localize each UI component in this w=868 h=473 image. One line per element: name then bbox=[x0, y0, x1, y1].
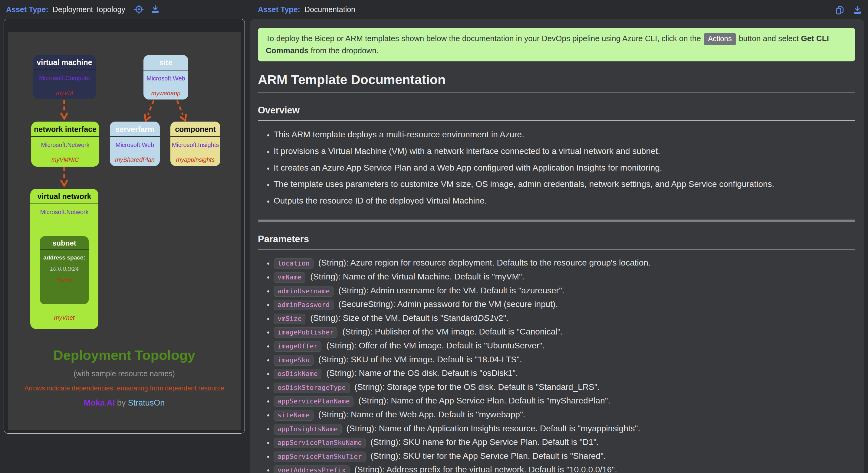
overview-list: This ARM template deploys a multi-resour… bbox=[258, 129, 855, 207]
node-divider bbox=[40, 249, 89, 250]
parameter-item: appServicePlanSkuName (String): SKU name… bbox=[274, 436, 855, 448]
asset-type-label: Asset Type: bbox=[6, 5, 49, 14]
parameter-description: (SecureString): Admin password for the V… bbox=[336, 299, 558, 309]
overview-bullet: This ARM template deploys a multi-resour… bbox=[274, 129, 855, 141]
node-divider bbox=[31, 136, 99, 137]
asset-type-value: Deployment Topology bbox=[53, 5, 125, 14]
parameter-item: appServicePlanSkuTier (String): SKU tier… bbox=[274, 450, 855, 463]
parameter-description: (String): Name of the App Service Plan. … bbox=[356, 396, 610, 405]
parameter-name-badge: vnetAddressPrefix bbox=[274, 465, 349, 473]
parameters-heading: Parameters bbox=[258, 234, 855, 249]
parameter-item: siteName (String): Name of the Web App. … bbox=[274, 409, 855, 421]
parameter-name-badge: imagePublisher bbox=[274, 327, 337, 338]
node-resource-name: mySharedPlan bbox=[110, 156, 160, 163]
node-title: virtual network bbox=[30, 189, 98, 204]
parameter-item: location (String): Azure region for reso… bbox=[274, 257, 855, 269]
subnet-address-value: 10.0.0.0/24 bbox=[40, 266, 89, 272]
parameter-item: adminPassword (SecureString): Admin pass… bbox=[274, 298, 855, 311]
node-resource-name: myVMNIC bbox=[31, 156, 99, 163]
node-network-interface: network interface Microsoft.Network myVM… bbox=[31, 122, 99, 167]
node-virtual-network: virtual network Microsoft.Network subnet… bbox=[30, 189, 98, 329]
parameter-name-badge: osDiskName bbox=[274, 369, 321, 379]
parameter-description: (String): SKU of the VM image. Default i… bbox=[316, 355, 522, 364]
actions-button-badge: Actions bbox=[704, 33, 736, 45]
parameter-name-badge: imageSku bbox=[274, 355, 314, 366]
node-divider bbox=[144, 70, 188, 70]
overview-heading: Overview bbox=[258, 105, 855, 121]
copy-icon[interactable] bbox=[835, 5, 845, 15]
parameter-description: (String): Name of the Application Insigh… bbox=[344, 424, 641, 433]
parameter-name-badge: siteName bbox=[274, 410, 314, 421]
parameter-description: (String): Admin username for the VM. Def… bbox=[336, 286, 564, 295]
parameter-item: vmSize (String): Size of the VM. Default… bbox=[274, 312, 855, 325]
parameter-description: (String): SKU name for the App Service P… bbox=[368, 437, 599, 447]
node-namespace: Microsoft.Compute bbox=[33, 75, 96, 82]
parameter-item: vmName (String): Name of the Virtual Mac… bbox=[274, 271, 855, 283]
node-component: component Microsoft.Insights myappinsigh… bbox=[170, 122, 220, 166]
parameter-description: (String): Size of the VM. Default is "St… bbox=[308, 313, 508, 323]
parameter-description: (String): SKU tier for the App Service P… bbox=[368, 451, 606, 461]
parameter-name-badge: vmName bbox=[274, 272, 305, 283]
parameter-item: osDiskName (String): Name of the OS disk… bbox=[274, 367, 855, 379]
menu-item-reference: Get CLI Commands bbox=[266, 34, 829, 55]
node-resource-name: myVnet bbox=[30, 314, 98, 321]
fit-view-icon[interactable] bbox=[134, 4, 144, 14]
overview-bullet: The template uses parameters to customiz… bbox=[274, 178, 855, 191]
parameter-name-badge: appInsightsName bbox=[274, 424, 342, 435]
credit-connector: by bbox=[117, 398, 126, 407]
parameter-name-badge: vmSize bbox=[274, 314, 305, 324]
parameter-item: adminUsername (String): Admin username f… bbox=[274, 284, 855, 297]
node-title: component bbox=[170, 122, 220, 136]
node-namespace: Microsoft.Network bbox=[31, 141, 99, 148]
parameter-item: appInsightsName (String): Name of the Ap… bbox=[274, 423, 855, 435]
parameter-name-badge: adminPassword bbox=[274, 300, 334, 310]
subnet-address-label: address space: bbox=[40, 255, 89, 261]
parameter-item: imageOffer (String): Offer of the VM ima… bbox=[274, 340, 855, 352]
node-divider bbox=[30, 204, 98, 204]
parameters-list: location (String): Azure region for reso… bbox=[258, 257, 855, 473]
parameter-description: (String): Address prefix for the virtual… bbox=[352, 465, 617, 473]
asset-type-label: Asset Type: bbox=[258, 5, 300, 14]
parameter-name-badge: osDiskStorageType bbox=[274, 382, 349, 393]
node-namespace: Microsoft.Web bbox=[144, 75, 188, 82]
node-title: site bbox=[144, 55, 188, 70]
node-divider bbox=[170, 136, 220, 137]
parameter-item: appServicePlanName (String): Name of the… bbox=[274, 395, 855, 407]
download-doc-icon[interactable] bbox=[852, 5, 863, 15]
parameter-description: (String): Name of the Virtual Machine. D… bbox=[308, 272, 524, 281]
node-resource-name: mywebapp bbox=[144, 90, 188, 97]
node-divider bbox=[110, 136, 160, 137]
parameter-name-badge: location bbox=[274, 258, 314, 269]
parameter-name-badge: appServicePlanName bbox=[274, 396, 353, 407]
node-title: serverfarm bbox=[110, 122, 160, 136]
topology-title: Deployment Topology bbox=[8, 347, 241, 363]
parameter-name-badge: appServicePlanSkuName bbox=[274, 438, 366, 448]
node-title: subnet bbox=[40, 236, 89, 249]
deploy-info-banner: To deploy the Bicep or ARM templates sho… bbox=[258, 28, 855, 61]
topology-credit: Moka AI by StratusOn bbox=[8, 398, 241, 408]
stratuson-link[interactable]: StratusOn bbox=[128, 398, 165, 407]
section-divider bbox=[258, 219, 855, 222]
parameter-name-badge: imageOffer bbox=[274, 341, 321, 352]
topology-arrows-note: Arrows indicate dependencies, emanating … bbox=[8, 384, 241, 392]
doc-header-actions bbox=[835, 2, 863, 19]
parameter-item: imagePublisher (String): Publisher of th… bbox=[274, 326, 855, 338]
node-serverfarm: serverfarm Microsoft.Web mySharedPlan bbox=[110, 122, 160, 166]
node-title: virtual machine bbox=[33, 55, 96, 70]
documentation-content: To deploy the Bicep or ARM templates sho… bbox=[250, 19, 864, 473]
node-site: site Microsoft.Web mywebapp bbox=[144, 55, 188, 100]
parameter-description: (String): Offer of the VM image. Default… bbox=[324, 341, 545, 350]
topology-canvas: virtual machine Microsoft.Compute myVM s… bbox=[8, 32, 241, 430]
parameter-description: (String): Storage type for the OS disk. … bbox=[352, 382, 599, 392]
node-virtual-machine: virtual machine Microsoft.Compute myVM bbox=[33, 55, 96, 99]
documentation-panel[interactable]: To deploy the Bicep or ARM templates sho… bbox=[250, 19, 864, 473]
node-divider bbox=[33, 70, 96, 70]
parameter-description: (String): Azure region for resource depl… bbox=[316, 258, 651, 267]
parameter-description: (String): Name of the Web App. Default i… bbox=[316, 410, 525, 419]
overview-bullet: It creates an Azure App Service Plan and… bbox=[274, 162, 855, 174]
parameter-name-badge: appServicePlanSkuTier bbox=[274, 451, 366, 462]
parameter-description: (String): Publisher of the VM image. Def… bbox=[340, 327, 563, 336]
download-topology-icon[interactable] bbox=[150, 4, 160, 14]
parameter-item: vnetAddressPrefix (String): Address pref… bbox=[274, 464, 855, 473]
node-namespace: Microsoft.Insights bbox=[170, 141, 220, 148]
